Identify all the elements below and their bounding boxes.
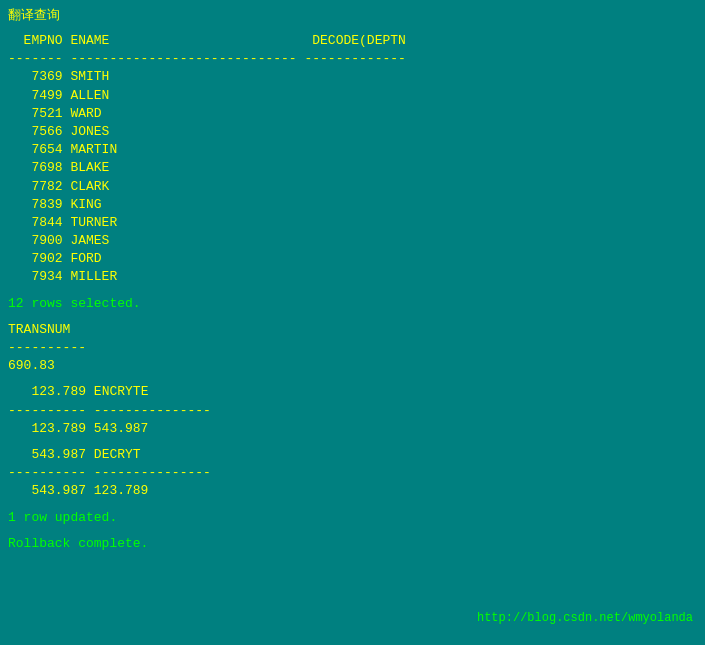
row-7: 7782 CLARK: [8, 178, 697, 196]
encryte-row: 123.789 543.987: [8, 420, 697, 438]
row-1: 7369 SMITH: [8, 68, 697, 86]
encryte-headers: 123.789 ENCRYTE: [8, 383, 697, 401]
encryte-dividers: ---------- ---------------: [8, 402, 697, 420]
encryte-section: 123.789 ENCRYTE ---------- -------------…: [8, 383, 697, 438]
transnum-divider: ----------: [8, 339, 697, 357]
decryt-section: 543.987 DECRYT ---------- --------------…: [8, 446, 697, 501]
row-11: 7902 FORD: [8, 250, 697, 268]
row-10: 7900 JAMES: [8, 232, 697, 250]
row-4: 7566 JONES: [8, 123, 697, 141]
row-2: 7499 ALLEN: [8, 87, 697, 105]
transnum-section: TRANSNUM ---------- 690.83: [8, 321, 697, 376]
update-status-section: 1 row updated.: [8, 509, 697, 527]
row-3: 7521 WARD: [8, 105, 697, 123]
transnum-value: 690.83: [8, 357, 697, 375]
rollback-status-section: Rollback complete.: [8, 535, 697, 553]
row-9: 7844 TURNER: [8, 214, 697, 232]
row-8: 7839 KING: [8, 196, 697, 214]
main-query-headers: EMPNO ENAME DECODE(DEPTN: [8, 32, 697, 50]
url-label: http://blog.csdn.net/wmyolanda: [477, 611, 693, 625]
transnum-header: TRANSNUM: [8, 321, 697, 339]
main-query-block: EMPNO ENAME DECODE(DEPTN ------- -------…: [8, 32, 697, 287]
decryt-row: 543.987 123.789: [8, 482, 697, 500]
row-12: 7934 MILLER: [8, 268, 697, 286]
row-5: 7654 MARTIN: [8, 141, 697, 159]
rows-selected-status: 12 rows selected.: [8, 295, 697, 313]
rollback-status: Rollback complete.: [8, 535, 697, 553]
main-query-divider: ------- ----------------------------- --…: [8, 50, 697, 68]
decryt-dividers: ---------- ---------------: [8, 464, 697, 482]
app-container: 翻译查询 EMPNO ENAME DECODE(DEPTN ------- --…: [0, 0, 705, 645]
decryt-headers: 543.987 DECRYT: [8, 446, 697, 464]
update-status: 1 row updated.: [8, 509, 697, 527]
rows-selected-section: 12 rows selected.: [8, 295, 697, 313]
page-title: 翻译查询: [8, 6, 697, 24]
main-query-rows: 7369 SMITH 7499 ALLEN 7521 WARD 7566 JON…: [8, 68, 697, 286]
row-6: 7698 BLAKE: [8, 159, 697, 177]
